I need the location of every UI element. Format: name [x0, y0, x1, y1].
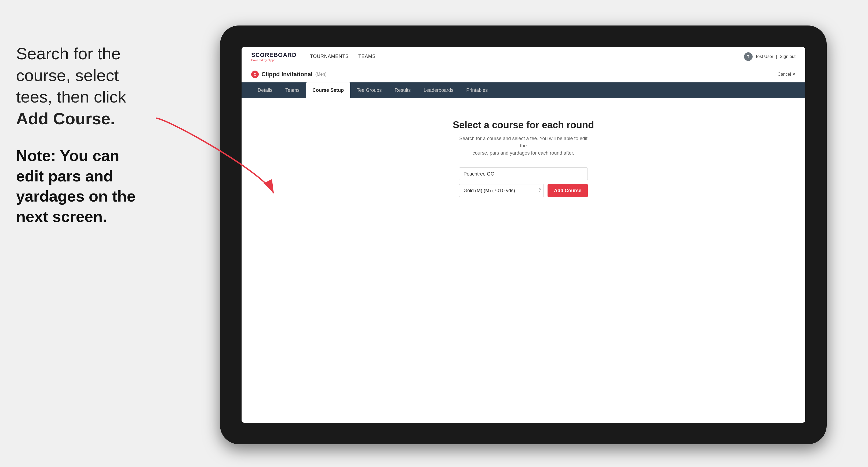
tab-results[interactable]: Results	[388, 83, 417, 98]
annotation-bold: Add Course.	[16, 109, 115, 128]
annotation-line3: tees, then click	[16, 88, 126, 106]
tab-printables[interactable]: Printables	[460, 83, 494, 98]
nav-teams[interactable]: TEAMS	[358, 54, 376, 59]
cancel-x-icon: ✕	[792, 72, 796, 77]
tournament-name: Clippd Invitational	[261, 71, 313, 78]
clippd-icon: C	[251, 70, 259, 78]
annotation-line1: Search for the	[16, 44, 121, 63]
tab-course-setup[interactable]: Course Setup	[306, 83, 350, 98]
user-avatar: T	[744, 52, 752, 61]
tournament-title: C Clippd Invitational (Men)	[251, 70, 778, 78]
section-desc: Search for a course and select a tee. Yo…	[456, 135, 590, 157]
tee-row: Gold (M) (M) (7010 yds) ✕ ⌃ Add Course	[459, 184, 588, 197]
section-title: Select a course for each round	[453, 119, 594, 131]
tablet-device: SCOREBOARD Powered by clippd TOURNAMENTS…	[220, 26, 827, 444]
annotation-line2: course, select	[16, 66, 119, 85]
desc-line1: Search for a course and select a tee. Yo…	[459, 136, 587, 148]
logo-text: SCOREBOARD	[251, 52, 297, 59]
tab-tee-groups[interactable]: Tee Groups	[350, 83, 388, 98]
tournament-gender: (Men)	[315, 72, 327, 77]
main-content: Select a course for each round Search fo…	[242, 98, 805, 423]
nav-right: T Test User | Sign out	[744, 52, 796, 61]
add-course-button[interactable]: Add Course	[548, 184, 588, 197]
annotation-note: Note: You can edit pars and yardages on …	[16, 146, 150, 226]
logo-sub: Powered by clippd	[251, 59, 297, 62]
tablet-screen: SCOREBOARD Powered by clippd TOURNAMENTS…	[242, 47, 805, 423]
user-label: Test User	[755, 54, 774, 59]
cancel-button[interactable]: Cancel ✕	[778, 72, 796, 77]
nav-links: TOURNAMENTS TEAMS	[310, 54, 744, 59]
logo-area: SCOREBOARD Powered by clippd	[251, 52, 297, 62]
course-search-input[interactable]	[459, 167, 588, 180]
annotation-area: Search for the course, select tees, then…	[0, 32, 166, 237]
tee-select[interactable]: Gold (M) (M) (7010 yds)	[459, 184, 544, 197]
nav-separator: |	[776, 54, 777, 59]
tab-leaderboards[interactable]: Leaderboards	[417, 83, 460, 98]
nav-tournaments[interactable]: TOURNAMENTS	[310, 54, 349, 59]
signout-link[interactable]: Sign out	[780, 54, 796, 59]
top-nav: SCOREBOARD Powered by clippd TOURNAMENTS…	[242, 47, 805, 66]
note-label: Note:	[16, 147, 56, 164]
tee-select-wrapper: Gold (M) (M) (7010 yds) ✕ ⌃	[459, 184, 544, 197]
tab-bar: Details Teams Course Setup Tee Groups Re…	[242, 83, 805, 98]
annotation-main: Search for the course, select tees, then…	[16, 43, 150, 129]
tab-teams[interactable]: Teams	[279, 83, 306, 98]
tournament-header: C Clippd Invitational (Men) Cancel ✕	[242, 66, 805, 83]
tab-details[interactable]: Details	[251, 83, 279, 98]
desc-line2: course, pars and yardages for each round…	[472, 150, 574, 156]
